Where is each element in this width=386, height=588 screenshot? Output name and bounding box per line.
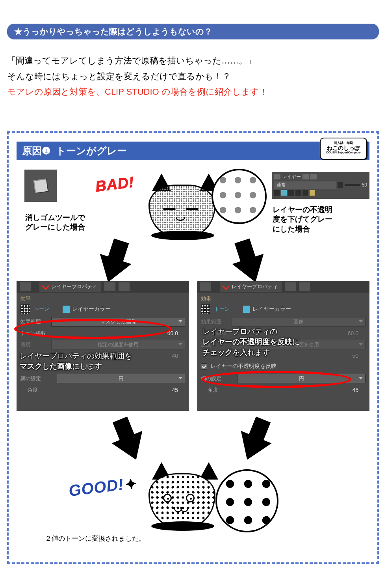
logo-sub: DOUJIN SupportCompany [321, 151, 366, 154]
layer-color-option[interactable]: レイヤーカラー [72, 306, 111, 313]
section-title-bar: ★うっかりやっちゃった際はどうしようもないの？ [7, 24, 379, 39]
scope-label: 効果範囲 [201, 318, 228, 325]
intro-line3: モアレの原因と対策を、CLIP STUDIO の場合を例に紹介します！ [7, 84, 379, 100]
tab-icon [104, 282, 115, 291]
tone-icon [201, 304, 210, 314]
instruction-right: レイヤープロパティの レイヤーの不透明度を反映に チェックを入れます [202, 327, 300, 358]
panel-icon [310, 174, 317, 179]
good-example-area: GOOD!✦ ２値のトーンに変換されました。 [17, 462, 369, 553]
layer-panel-thumbnail: レイヤー 通常 50 [272, 172, 369, 199]
intro-line2: そんな時にはちょっと設定を変えるだけで直るかも！？ [7, 69, 379, 84]
caption-eraser-case: 消しゴムツールで グレーにした場合 [25, 213, 85, 232]
density-dropdown[interactable]: 指定の濃度を使用 [51, 340, 185, 349]
bad-label: BAD! [95, 174, 135, 195]
angle-label: 角度 [201, 386, 228, 394]
highlight-oval [14, 319, 172, 339]
layer-color-option[interactable]: レイヤーカラー [252, 306, 291, 313]
sparkle-icon: ✦ [124, 476, 137, 492]
good-caption: ２値のトーンに変換されました。 [45, 534, 145, 543]
arrows-to-good [17, 411, 369, 462]
layer-property-tab[interactable]: レイヤープロパティ [220, 282, 282, 292]
bad-cat-illustration [143, 174, 221, 241]
scope-dropdown[interactable]: 画像 [232, 317, 366, 327]
bad-tone-zoom [212, 169, 267, 224]
tab-label: レイヤープロパティ [51, 283, 97, 290]
check-icon [42, 282, 50, 290]
net-dropdown[interactable]: 円 [57, 374, 185, 383]
brand-logo: 同人誌 印刷 ねこのしっぽ DOUJIN SupportCompany [320, 138, 367, 160]
arrow-down-icon [232, 431, 271, 466]
reflect-opacity-checkbox[interactable] [201, 363, 207, 370]
angle-value[interactable]: 45 [51, 387, 185, 393]
layer-icon [274, 190, 280, 196]
angle-label: 角度 [20, 386, 48, 394]
cause-box: 原因❶ トーンがグレー 同人誌 印刷 ねこのしっぽ DOUJIN Support… [7, 131, 379, 564]
layer-tab-label: レイヤー [282, 174, 301, 180]
layer-icon [288, 190, 294, 196]
eraser-tool-swatch [24, 170, 57, 202]
effect-section-label: 効果 [17, 293, 189, 303]
layer-icon [310, 190, 315, 196]
layer-tab-icon [274, 174, 280, 179]
tab-icon [200, 282, 211, 291]
panel-icon [302, 174, 309, 179]
caption-opacity-case: レイヤーの不透明 度を下げてグレー にした場合 [273, 205, 367, 234]
layer-icon [302, 190, 308, 196]
intro-text: 「間違ってモアレてしまう方法で原稿を描いちゃった……。」 そんな時にはちょっと設… [7, 53, 379, 100]
cause-number: 原因❶ [22, 144, 50, 157]
angle-value[interactable]: 45 [232, 387, 366, 393]
tab-icon [285, 282, 296, 291]
arrow-down-icon [111, 431, 151, 466]
good-tone-zoom [215, 469, 278, 532]
tone-option[interactable]: トーン [214, 306, 230, 313]
slider-icon [338, 182, 343, 188]
layer-color-swatch [63, 306, 70, 313]
layer-color-swatch [243, 306, 250, 313]
tone-option[interactable]: トーン [34, 306, 49, 313]
highlight-oval [202, 371, 351, 388]
instruction-left: レイヤープロパティの効果範囲を マスクした画像にします [20, 351, 132, 372]
cause-title: トーンがグレー [56, 144, 127, 157]
good-label: GOOD!✦ [68, 474, 138, 500]
net-label: 網の設定 [20, 375, 54, 382]
blend-mode-select[interactable]: 通常 [274, 181, 336, 189]
layer-icon [281, 190, 287, 196]
tab-icon [299, 282, 310, 291]
layer-property-panel-left: レイヤープロパティ 効果 トーン レイヤーカラー 効果範囲 マスクした画像 トー… [17, 281, 189, 411]
opacity-value: 50 [362, 182, 367, 188]
density-label: 濃度 [20, 341, 48, 348]
bad-example-area: 消しゴムツールで グレーにした場合 BAD! レイヤー 通常 [17, 170, 369, 276]
effect-section-label: 効果 [197, 293, 369, 303]
tab-label: レイヤープロパティ [232, 283, 278, 290]
reflect-opacity-label: レイヤーの不透明度を反映 [210, 363, 277, 370]
tone-icon [20, 304, 30, 314]
cause-box-header: 原因❶ トーンがグレー 同人誌 印刷 ねこのしっぽ DOUJIN Support… [17, 142, 369, 160]
logo-main: ねこのしっぽ [321, 145, 366, 151]
layer-icon [295, 190, 301, 196]
layer-property-tab[interactable]: レイヤープロパティ [39, 282, 101, 292]
opacity-slider[interactable] [345, 184, 360, 186]
eraser-icon [33, 179, 48, 193]
tab-icon [119, 282, 130, 291]
tab-icon [20, 282, 31, 291]
check-icon [222, 282, 230, 290]
intro-line1: 「間違ってモアレてしまう方法で原稿を描いちゃった……。」 [7, 53, 379, 69]
good-cat-illustration [143, 462, 221, 533]
layer-property-panel-right: レイヤープロパティ 効果 トーン レイヤーカラー 効果範囲 画像 トーン線数 6… [197, 281, 369, 411]
